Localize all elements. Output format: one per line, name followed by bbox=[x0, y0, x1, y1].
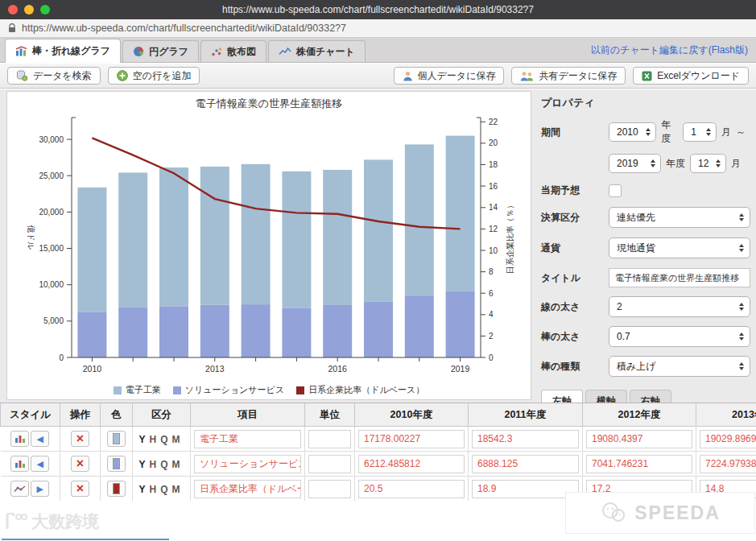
bar-type-select[interactable]: 積み上げ bbox=[609, 356, 750, 377]
stepper-arrows-icon bbox=[716, 159, 721, 167]
style-cell: ◀ bbox=[1, 427, 60, 452]
color-swatch bbox=[113, 458, 120, 469]
stock-chart-icon bbox=[279, 47, 291, 56]
value-input[interactable]: 17178.00227 bbox=[358, 430, 465, 448]
month-from-stepper[interactable]: 1 bbox=[683, 122, 717, 142]
tab-horizontal-axis[interactable]: 横軸 bbox=[585, 390, 627, 403]
color-swatch bbox=[113, 483, 120, 494]
period-type-cell: YHQM bbox=[133, 427, 191, 452]
tab-scatter[interactable]: 散布図 bbox=[200, 40, 266, 62]
color-swatch-button[interactable] bbox=[107, 456, 126, 472]
bar-style-button[interactable] bbox=[10, 431, 29, 447]
tab-label: 円グラフ bbox=[149, 45, 188, 59]
chart-title-input[interactable]: 電子情報産業の世界生産額推移 bbox=[609, 268, 750, 287]
properties-panel: プロパティ 期間 2010 年度 1 月 ～ 2019 bbox=[541, 96, 750, 403]
bar-width-select[interactable]: 0.7 bbox=[609, 326, 750, 347]
period-type-h[interactable]: H bbox=[150, 434, 157, 445]
item-input[interactable]: ソリューションサービス bbox=[194, 455, 301, 473]
person-icon bbox=[403, 71, 413, 81]
value-input[interactable]: 20.5 bbox=[358, 480, 465, 498]
period-type-y[interactable]: Y bbox=[138, 434, 145, 445]
period-type-m[interactable]: M bbox=[172, 459, 180, 470]
save-shared-data-button[interactable]: 共有データに保存 bbox=[511, 67, 626, 85]
bar-segment bbox=[405, 295, 434, 357]
period-type-h[interactable]: H bbox=[150, 459, 157, 470]
axis-left-button[interactable]: ◀ bbox=[31, 431, 49, 447]
select-arrows-icon bbox=[739, 213, 744, 221]
watermark-dashukuajing: 大数跨境 bbox=[5, 510, 99, 533]
period-type-y[interactable]: Y bbox=[138, 459, 145, 470]
period-type-q[interactable]: Q bbox=[160, 484, 167, 495]
axis-left-button[interactable]: ◀ bbox=[31, 456, 49, 472]
bar-segment bbox=[364, 159, 393, 301]
right-axis-tick-label: 12 bbox=[489, 225, 498, 233]
delete-row-button[interactable]: × bbox=[71, 456, 89, 472]
period-type-y[interactable]: Y bbox=[138, 484, 145, 495]
delete-row-button[interactable]: × bbox=[71, 481, 89, 497]
bar-type-label: 棒の種類 bbox=[541, 360, 609, 374]
color-swatch-button[interactable] bbox=[107, 481, 126, 497]
horizontal-scrollbar-thumb[interactable] bbox=[2, 539, 169, 540]
month-suffix: 月 bbox=[731, 157, 741, 171]
item-cell: ソリューションサービス bbox=[191, 452, 305, 477]
line-width-select[interactable]: 2 bbox=[609, 296, 750, 317]
legend-label: ソリューションサービス bbox=[185, 384, 284, 396]
value-input[interactable]: 6888.125 bbox=[472, 455, 579, 473]
add-empty-row-button[interactable]: 空の行を追加 bbox=[108, 67, 200, 85]
address-bar[interactable]: https://www.ub-speeda.com/chart/fullscre… bbox=[0, 19, 756, 38]
legend-swatch bbox=[296, 386, 304, 394]
line-style-button[interactable] bbox=[10, 481, 29, 497]
tab-stock[interactable]: 株価チャート bbox=[268, 40, 366, 62]
month-to-stepper[interactable]: 12 bbox=[690, 154, 726, 173]
axis-left-icon: ◀ bbox=[37, 435, 43, 444]
period-type-m[interactable]: M bbox=[172, 434, 180, 445]
chart-type-tabstrip: 棒・折れ線グラフ円グラフ散布図株価チャート 以前のチャート編集に戻す(Flash… bbox=[0, 38, 756, 63]
unit-input[interactable] bbox=[308, 430, 351, 448]
bar-segment bbox=[446, 291, 475, 357]
search-data-button[interactable]: データを検索 bbox=[7, 67, 101, 85]
item-input[interactable]: 日系企業比率（ドルベース） bbox=[194, 480, 301, 498]
axis-right-button[interactable]: ▶ bbox=[31, 481, 49, 497]
bar-style-button[interactable] bbox=[10, 456, 29, 472]
flash-version-link[interactable]: 以前のチャート編集に戻す(Flash版) bbox=[591, 43, 748, 57]
currency-select[interactable]: 現地通貨 bbox=[609, 237, 750, 258]
color-cell bbox=[101, 477, 133, 502]
delete-row-button[interactable]: × bbox=[71, 431, 89, 447]
left-axis-tick-label: 15,000 bbox=[39, 244, 64, 253]
item-input[interactable]: 電子工業 bbox=[194, 430, 301, 448]
zoom-window-button[interactable] bbox=[40, 5, 50, 14]
value-input[interactable]: 18542.3 bbox=[472, 430, 579, 448]
tab-right-axis[interactable]: 右軸 bbox=[630, 390, 671, 403]
year-from-stepper[interactable]: 2010 bbox=[609, 122, 656, 142]
forecast-checkbox[interactable] bbox=[609, 184, 622, 197]
excel-download-button[interactable]: Excelダウンロード bbox=[633, 67, 749, 85]
value-input[interactable]: 19080.4397 bbox=[586, 430, 692, 448]
value-input[interactable]: 18.9 bbox=[472, 480, 579, 498]
period-type-m[interactable]: M bbox=[172, 484, 180, 495]
column-header: 項目 bbox=[191, 403, 305, 427]
save-personal-data-button[interactable]: 個人データに保存 bbox=[394, 67, 505, 85]
right-axis-tick-label: 6 bbox=[489, 289, 494, 298]
year-to-stepper[interactable]: 2019 bbox=[609, 154, 661, 173]
period-type-q[interactable]: Q bbox=[160, 434, 167, 445]
value-input[interactable]: 7041.746231 bbox=[586, 455, 692, 473]
period-type-h[interactable]: H bbox=[150, 484, 157, 495]
tab-bar-line[interactable]: 棒・折れ線グラフ bbox=[5, 39, 121, 63]
color-swatch-button[interactable] bbox=[107, 431, 126, 447]
value-input[interactable]: 7224.979381 bbox=[700, 455, 756, 473]
tab-pie[interactable]: 円グラフ bbox=[122, 40, 199, 62]
value-input[interactable]: 6212.485812 bbox=[358, 455, 465, 473]
close-window-button[interactable] bbox=[8, 5, 18, 14]
tab-left-axis[interactable]: 左軸 bbox=[541, 390, 583, 403]
minimize-window-button[interactable] bbox=[24, 5, 34, 14]
unit-input[interactable] bbox=[308, 455, 351, 473]
column-header: スタイル bbox=[1, 403, 60, 427]
data-table: スタイル操作色区分項目単位2010年度2011年度2012年度2013年度◀×Y… bbox=[0, 403, 756, 501]
unit-cell bbox=[305, 427, 355, 452]
unit-input[interactable] bbox=[308, 480, 351, 498]
column-header: 区分 bbox=[133, 403, 191, 427]
left-axis-tick-label: 10,000 bbox=[39, 280, 64, 289]
fiscal-select[interactable]: 連結優先 bbox=[609, 207, 750, 228]
value-input[interactable]: 19029.89691 bbox=[700, 430, 756, 448]
period-type-q[interactable]: Q bbox=[160, 459, 167, 470]
